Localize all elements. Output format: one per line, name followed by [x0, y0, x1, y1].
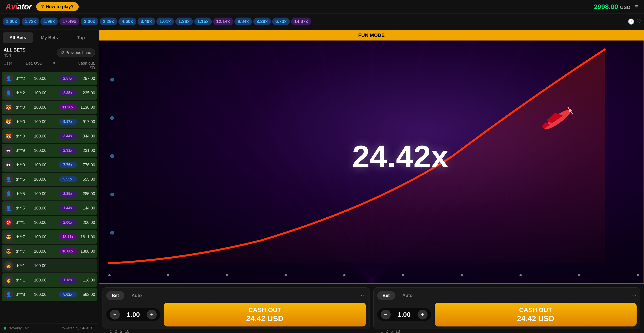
- bet-amount: 100.00: [34, 206, 59, 211]
- tab-my-bets[interactable]: My Bets: [34, 33, 64, 43]
- mult-badge-6[interactable]: 4.60x: [118, 18, 136, 26]
- bet-panel-1-bet-tab[interactable]: Bet: [106, 291, 124, 300]
- spribe-label: SPRIBE: [80, 326, 95, 330]
- mult-badge: 2.35x: [59, 90, 77, 96]
- user-name: d***7: [16, 235, 34, 239]
- bet-panel-2-decrease-btn[interactable]: −: [381, 309, 391, 319]
- user-name: d***5: [16, 206, 34, 211]
- mult-badge: 5.62x: [59, 292, 77, 297]
- bet-amount: 100.00: [34, 249, 59, 254]
- bets-title-block: ALL BETS 454: [4, 48, 26, 58]
- quick-1-5[interactable]: 5: [120, 329, 122, 333]
- bet-panel-2-tabs: Bet Auto ⋯: [377, 291, 637, 300]
- bet-panel-1-cashout-btn[interactable]: CASH OUT 24.42 USD: [164, 303, 366, 326]
- user-name: d***9: [16, 148, 34, 153]
- svg-point-16: [542, 107, 572, 132]
- balance-value: 2998.00: [594, 3, 618, 10]
- quick-2-10[interactable]: 10: [396, 329, 400, 333]
- user-name: d***5: [16, 177, 34, 182]
- bet-panel-2-quick-amounts: 1 2 5 10: [377, 329, 637, 333]
- mult-badge-11[interactable]: 12.14x: [213, 18, 233, 26]
- mult-badge-8[interactable]: 1.01x: [156, 18, 174, 26]
- user-name: d***1: [16, 220, 34, 225]
- quick-2-5[interactable]: 5: [391, 329, 393, 333]
- right-side: FUN MODE: [99, 30, 644, 333]
- bet-panel-2-menu[interactable]: ⋯: [631, 292, 636, 299]
- cashout-amount: 917.00: [77, 120, 95, 124]
- bet-panel-2-auto-tab[interactable]: Auto: [397, 291, 418, 300]
- logo: Aviator: [6, 2, 32, 12]
- mult-badge-15[interactable]: 14.87x: [291, 18, 311, 26]
- question-icon: ?: [41, 4, 44, 9]
- bet-panel-1: Bet Auto ⋯ − 1.00 + CASH OUT 24.42 USD: [102, 287, 370, 329]
- avatar: 👤: [4, 74, 14, 84]
- bet-panel-1-amount: 1.00: [124, 311, 142, 318]
- avatar: 🧑: [4, 261, 14, 271]
- prev-hand-icon: ↺: [61, 50, 64, 55]
- user-name: d***5: [16, 191, 34, 196]
- bet-amount: 100.00: [34, 120, 59, 124]
- bet-panel-1-auto-tab[interactable]: Auto: [126, 291, 147, 300]
- mult-badge-7[interactable]: 3.49x: [138, 18, 155, 26]
- mult-badge-0[interactable]: 1.00x: [3, 18, 20, 26]
- mult-badge-12[interactable]: 9.84x: [234, 18, 252, 26]
- quick-1-10[interactable]: 10: [125, 329, 129, 333]
- top-bar-right: 2998.00 USD ≡: [594, 3, 638, 11]
- how-to-play-button[interactable]: ? How to play?: [36, 2, 79, 11]
- svg-point-14: [110, 193, 114, 196]
- cashout-value-2: 24.42 USD: [517, 314, 554, 323]
- bets-count: 454: [4, 53, 26, 58]
- user-name: d***0: [16, 120, 34, 124]
- bet-row: 🧑 d***1 100.00: [2, 259, 97, 272]
- heart-icon[interactable]: ♡: [636, 19, 641, 25]
- green-dot-icon: [4, 327, 6, 330]
- mult-badge-4[interactable]: 3.00x: [81, 18, 98, 26]
- bets-columns: User Bet, USD X Cash out, USD: [0, 60, 99, 72]
- bet-panel-2-increase-btn[interactable]: +: [418, 309, 428, 319]
- bet-row: 🐯 d***0 100.00 9.17x 917.00: [2, 115, 97, 129]
- tab-top[interactable]: Top: [66, 33, 96, 43]
- mult-badge-13[interactable]: 3.28x: [253, 18, 271, 26]
- bet-panel-1-decrease-btn[interactable]: −: [110, 309, 120, 319]
- col-user-header: User: [4, 61, 26, 70]
- bet-panel-2-cashout-btn[interactable]: CASH OUT 24.42 USD: [435, 303, 637, 326]
- mult-badge-3[interactable]: 17.49x: [59, 18, 79, 26]
- tab-all-bets[interactable]: All Bets: [3, 33, 33, 43]
- bet-amount: 100.00: [34, 163, 59, 167]
- mult-badge-1[interactable]: 1.72x: [22, 18, 39, 26]
- quick-2-2[interactable]: 2: [386, 329, 388, 333]
- quick-1-2[interactable]: 2: [115, 329, 117, 333]
- bet-panel-1-quick-amounts: 1 2 5 10: [106, 329, 366, 333]
- mult-badge-2[interactable]: 1.98x: [40, 18, 58, 26]
- bet-amount: 100.00: [34, 263, 59, 268]
- bet-row: 👤 d***8 100.00 5.62x 562.00: [2, 288, 97, 301]
- fun-mode-banner: FUN MODE: [99, 30, 644, 41]
- quick-2-1[interactable]: 1: [381, 329, 383, 333]
- all-bets-label: ALL BETS: [4, 48, 26, 53]
- bet-panel-1-menu[interactable]: ⋯: [360, 292, 366, 299]
- prev-hand-button[interactable]: ↺ Previous hand: [57, 48, 95, 57]
- mult-badge-14[interactable]: 6.73x: [272, 18, 290, 26]
- dot-4: [343, 274, 346, 276]
- cashout-amount: 200.00: [77, 220, 95, 225]
- dot-5: [402, 274, 404, 276]
- avatar: 🕶: [4, 146, 14, 155]
- avatar: 🕶: [4, 160, 14, 170]
- svg-point-13: [110, 154, 114, 158]
- cashout-amount: 1811.00: [77, 235, 95, 239]
- bet-amount: 100.00: [34, 76, 59, 81]
- mult-badge-5[interactable]: 2.29x: [100, 18, 117, 26]
- avatar: 🐯: [4, 102, 14, 112]
- menu-button[interactable]: ≡: [635, 3, 638, 10]
- bet-row: 👤 d***2 100.00 2.35x 235.00: [2, 86, 97, 100]
- history-icon[interactable]: 🕐: [628, 19, 634, 25]
- cashout-amount: 344.00: [77, 134, 95, 139]
- mult-badge-9[interactable]: 1.38x: [175, 18, 193, 26]
- bet-panel-2-bet-tab[interactable]: Bet: [377, 291, 395, 300]
- bet-panel-2: Bet Auto ⋯ − 1.00 + CASH OUT 24.42 USD: [373, 287, 641, 329]
- cashout-label-1: CASH OUT: [248, 306, 281, 314]
- quick-1-1[interactable]: 1: [110, 329, 112, 333]
- mult-badge-10[interactable]: 1.15x: [194, 18, 212, 26]
- bet-panel-1-increase-btn[interactable]: +: [147, 309, 157, 319]
- bet-panel-1-amount-control: − 1.00 +: [106, 308, 160, 321]
